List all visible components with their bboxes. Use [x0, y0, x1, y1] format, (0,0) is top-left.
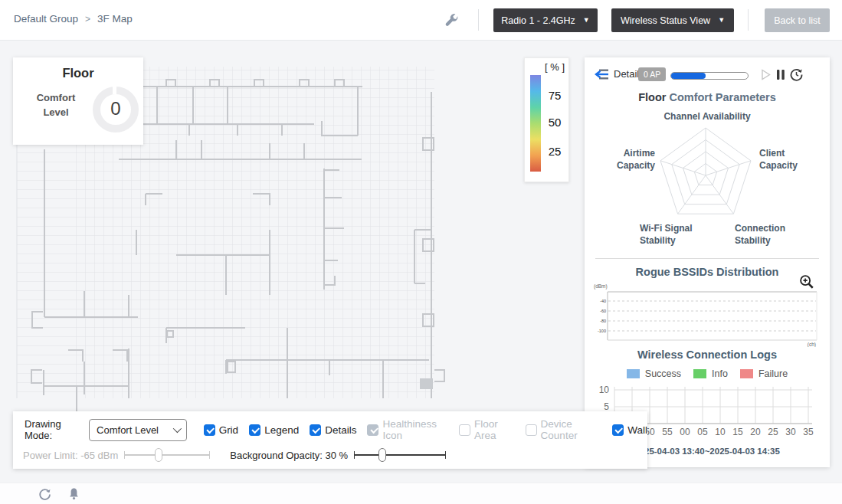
healthiness-checkbox-label: Healthiness Icon	[382, 418, 448, 441]
breadcrumb: Default Group > 3F Map	[14, 13, 133, 25]
notifications-bell-icon[interactable]	[68, 487, 80, 501]
background-opacity-slider[interactable]	[354, 447, 446, 463]
comfort-parameters-title: Floor Comfort Parameters	[585, 91, 830, 103]
legend-success-label: Success	[645, 368, 681, 379]
ap-count-badge: 0 AP	[638, 67, 666, 81]
breadcrumb-page: 3F Map	[97, 13, 133, 25]
app-window: Default Group > 3F Map Radio 1 - 2.4GHz …	[0, 0, 842, 504]
breadcrumb-separator: >	[85, 14, 90, 25]
divider	[748, 9, 749, 31]
checkbox-box	[204, 424, 215, 436]
footer-bar	[0, 483, 842, 504]
rogue-bssids-chart: (dBm) -40 -60 -80 -100 (ch)	[592, 281, 822, 347]
drawing-toolbar: Drawing Mode: Comfort Level Grid Legend …	[13, 411, 647, 469]
svg-text:35: 35	[803, 427, 814, 437]
radio-select-dropdown[interactable]: Radio 1 - 2.4GHz ▼	[493, 8, 598, 32]
comfort-radar-chart	[632, 117, 779, 238]
checkbox-box	[249, 424, 260, 436]
device-counter-checkbox-label: Device Counter	[541, 418, 602, 441]
info-swatch	[693, 369, 706, 378]
floor-area-checkbox[interactable]: Floor Area	[459, 418, 515, 441]
svg-text:25: 25	[768, 427, 778, 437]
failure-swatch	[740, 369, 753, 378]
legend-failure-label: Failure	[758, 368, 788, 379]
play-button[interactable]	[761, 69, 772, 80]
title-primary: Floor	[638, 91, 666, 103]
comfort-level-value: 0	[100, 98, 131, 119]
details-collapse-button[interactable]: Details	[594, 68, 644, 80]
drawing-mode-label: Drawing Mode:	[25, 418, 84, 441]
details-checkbox[interactable]: Details	[310, 424, 356, 436]
wall-checkbox[interactable]: Wall	[612, 424, 647, 436]
legend-success: Success	[627, 368, 681, 379]
legend-info-label: Info	[712, 368, 728, 379]
power-limit-label: Power Limit: -65 dBm	[23, 450, 118, 461]
legend-checkbox-label: Legend	[264, 424, 299, 436]
drawing-mode-value: Comfort Level	[97, 424, 159, 436]
svg-text:-80: -80	[600, 319, 606, 323]
svg-text:-60: -60	[600, 309, 606, 313]
comfort-level-label: Comfort Level	[21, 91, 91, 120]
power-limit-slider[interactable]	[124, 447, 210, 463]
collapse-arrow-icon	[594, 69, 609, 80]
slider-track	[354, 454, 446, 456]
floor-card-title: Floor	[13, 66, 143, 80]
healthiness-icon-checkbox[interactable]: Healthiness Icon	[367, 418, 448, 441]
details-checkbox-label: Details	[325, 424, 356, 436]
grid-checkbox-label: Grid	[219, 424, 239, 436]
map-object-square	[420, 378, 433, 389]
scale-tick-75: 75	[543, 89, 566, 102]
view-select-dropdown[interactable]: Wireless Status View ▼	[611, 8, 734, 32]
svg-text:5: 5	[604, 401, 609, 412]
scale-tick-50: 50	[543, 116, 566, 129]
refresh-icon[interactable]	[38, 488, 51, 501]
svg-text:-40: -40	[600, 299, 606, 303]
checkbox-box	[310, 424, 321, 436]
svg-text:00: 00	[680, 427, 690, 437]
details-panel: Details 0 AP Floor Comfort Parameters Ch…	[585, 57, 830, 467]
drawing-mode-select[interactable]: Comfort Level	[89, 419, 187, 441]
background-opacity-label: Background Opacity: 30 %	[230, 450, 348, 461]
slider-thumb[interactable]	[155, 448, 162, 462]
legend-failure: Failure	[740, 368, 788, 379]
svg-text:30: 30	[785, 427, 796, 437]
wall-checkbox-label: Wall	[627, 424, 647, 436]
chevron-down-icon: ▼	[583, 17, 590, 24]
toolbar-row-1: Drawing Mode: Comfort Level Grid Legend …	[25, 418, 647, 441]
legend-info: Info	[693, 368, 728, 379]
floor-area-checkbox-label: Floor Area	[474, 418, 515, 441]
svg-text:20: 20	[750, 427, 761, 437]
view-select-value: Wireless Status View	[621, 15, 710, 26]
replay-history-button[interactable]	[790, 68, 803, 81]
svg-text:(dBm): (dBm)	[594, 283, 608, 290]
back-to-list-button[interactable]: Back to list	[765, 8, 830, 32]
svg-text:05: 05	[697, 427, 708, 437]
rogue-bssids-title: Rogue BSSIDs Distribution	[585, 266, 830, 278]
logs-legend: Success Info Failure	[585, 368, 830, 379]
comfort-level-gauge: 0	[93, 87, 139, 133]
checkbox-box	[367, 424, 378, 436]
pause-button[interactable]	[776, 69, 785, 80]
top-bar: Default Group > 3F Map Radio 1 - 2.4GHz …	[0, 0, 842, 41]
settings-wrench-icon[interactable]	[443, 11, 460, 28]
divider	[478, 9, 479, 31]
title-secondary: Comfort Parameters	[669, 91, 775, 103]
svg-text:10: 10	[715, 427, 726, 437]
connection-logs-title: Wireless Connection Logs	[585, 349, 830, 361]
slider-thumb[interactable]	[378, 448, 386, 462]
success-swatch	[627, 369, 640, 378]
legend-checkbox[interactable]: Legend	[249, 424, 299, 436]
toolbar-row-2: Power Limit: -65 dBm Background Opacity:…	[23, 447, 452, 463]
checkbox-box	[526, 424, 537, 436]
grid-checkbox[interactable]: Grid	[204, 424, 239, 436]
radio-select-value: Radio 1 - 2.4GHz	[501, 15, 575, 26]
scale-tick-25: 25	[543, 145, 566, 158]
chevron-down-icon: ▼	[718, 17, 725, 24]
svg-text:55: 55	[662, 427, 673, 437]
scale-unit-label: [ % ]	[545, 61, 565, 73]
chevron-down-icon	[172, 424, 181, 433]
device-counter-checkbox[interactable]: Device Counter	[526, 418, 602, 441]
checkbox-box	[612, 424, 624, 436]
playback-progress-bar[interactable]	[670, 72, 749, 80]
breadcrumb-group[interactable]: Default Group	[14, 13, 78, 25]
